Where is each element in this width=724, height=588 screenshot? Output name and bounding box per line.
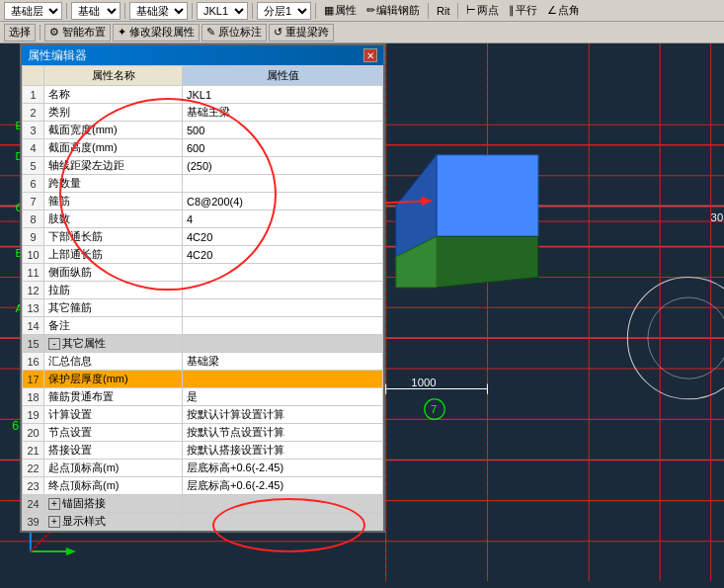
top-toolbar: 基础层 基础 基础梁 JKL1 分层1 ▦ 属性 ✏ 编辑钢筋 Rit ⊢ 两点… bbox=[0, 0, 724, 22]
smart-icon: ⚙ bbox=[49, 26, 59, 38]
toolbar-dropdown-layer[interactable]: 基础层 bbox=[4, 2, 62, 20]
panel-scroll[interactable]: 属性名称 属性值 1 名称 JKL1 2 类别 基础主梁 3 截面宽度(mm) … bbox=[22, 65, 383, 531]
rit-btn[interactable]: Rit bbox=[433, 2, 453, 20]
table-row[interactable]: 2 类别 基础主梁 bbox=[23, 104, 383, 122]
row-num: 23 bbox=[23, 477, 44, 495]
panel-titlebar: 属性编辑器 ✕ bbox=[22, 45, 383, 65]
table-row[interactable]: 18 箍筋贯通布置 是 bbox=[23, 388, 383, 406]
panel-title: 属性编辑器 bbox=[28, 47, 87, 64]
table-row[interactable]: 21 搭接设置 按默认搭接设置计算 bbox=[23, 442, 383, 460]
twopoint-btn[interactable]: ⊢ 两点 bbox=[462, 2, 503, 20]
row-value[interactable]: 4C20 bbox=[183, 246, 383, 264]
row-num: 20 bbox=[23, 424, 44, 442]
row-num: 11 bbox=[23, 264, 44, 282]
row-name: 计算设置 bbox=[44, 406, 183, 424]
row-value[interactable] bbox=[183, 264, 383, 282]
table-row[interactable]: 20 节点设置 按默认节点设置计算 bbox=[23, 424, 383, 442]
table-row[interactable]: 8 肢数 4 bbox=[23, 210, 383, 228]
table-row[interactable]: 14 备注 bbox=[23, 317, 383, 335]
twopoint-icon: ⊢ bbox=[466, 4, 476, 17]
row-value[interactable] bbox=[183, 513, 383, 531]
property-btn[interactable]: ▦ 属性 bbox=[320, 2, 361, 20]
expand-btn[interactable]: - bbox=[48, 338, 60, 350]
table-row[interactable]: 15 -其它属性 bbox=[23, 335, 383, 353]
row-value[interactable]: JKL1 bbox=[183, 86, 383, 104]
row-value[interactable]: 层底标高+0.6(-2.45) bbox=[183, 477, 383, 495]
main-area: E D C B A 6 1000 7 30 Z 属性编辑器 ✕ bbox=[0, 43, 724, 588]
col-num-header bbox=[23, 66, 44, 86]
table-row[interactable]: 22 起点顶标高(m) 层底标高+0.6(-2.45) bbox=[23, 460, 383, 477]
table-row[interactable]: 6 跨数量 bbox=[23, 175, 383, 193]
row-value[interactable]: 500 bbox=[183, 122, 383, 139]
row-name: 节点设置 bbox=[44, 424, 183, 442]
row-num: 15 bbox=[23, 335, 44, 353]
row-value[interactable]: 层底标高+0.6(-2.45) bbox=[183, 460, 383, 477]
row-value[interactable] bbox=[183, 335, 383, 353]
table-row[interactable]: 11 侧面纵筋 bbox=[23, 264, 383, 282]
table-row[interactable]: 7 箍筋 C8@200(4) bbox=[23, 193, 383, 210]
row-value[interactable]: (250) bbox=[183, 157, 383, 175]
row-value[interactable]: 4C20 bbox=[183, 228, 383, 246]
row-num: 14 bbox=[23, 317, 44, 335]
row-value[interactable]: 600 bbox=[183, 139, 383, 157]
toolbar-dropdown-layer1[interactable]: 分层1 bbox=[257, 2, 311, 20]
toolbar-dropdown-base[interactable]: 基础 bbox=[71, 2, 121, 20]
table-row[interactable]: 16 汇总信息 基础梁 bbox=[23, 353, 383, 371]
row-value[interactable]: 4 bbox=[183, 210, 383, 228]
angle-btn[interactable]: ∠ 点角 bbox=[543, 2, 584, 20]
row-name: -其它属性 bbox=[44, 335, 183, 353]
expand-btn[interactable]: + bbox=[48, 516, 60, 528]
table-row[interactable]: 12 拉筋 bbox=[23, 282, 383, 299]
modify-beam-btn[interactable]: ✦ 修改梁段属性 bbox=[113, 24, 200, 42]
row-num: 19 bbox=[23, 406, 44, 424]
row-num: 16 bbox=[23, 353, 44, 371]
row-value[interactable] bbox=[183, 317, 383, 335]
smart-layout-btn[interactable]: ⚙ 智能布置 bbox=[44, 24, 111, 42]
expand-btn[interactable]: + bbox=[48, 498, 60, 510]
sep bbox=[40, 25, 40, 41]
svg-marker-22 bbox=[437, 155, 538, 236]
table-row[interactable]: 3 截面宽度(mm) 500 bbox=[23, 122, 383, 139]
table-row[interactable]: 1 名称 JKL1 bbox=[23, 86, 383, 104]
table-row[interactable]: 19 计算设置 按默认计算设置计算 bbox=[23, 406, 383, 424]
parallel-icon: ∥ bbox=[509, 4, 515, 17]
edit-rebar-btn[interactable]: ✏ 编辑钢筋 bbox=[362, 2, 424, 20]
row-num: 6 bbox=[23, 175, 44, 193]
row-value[interactable] bbox=[183, 495, 383, 513]
list-icon: ▦ bbox=[324, 4, 334, 17]
table-row[interactable]: 10 上部通长筋 4C20 bbox=[23, 246, 383, 264]
table-row[interactable]: 24 +锚固搭接 bbox=[23, 495, 383, 513]
table-row[interactable]: 5 轴线距梁左边距 (250) bbox=[23, 157, 383, 175]
row-num: 24 bbox=[23, 495, 44, 513]
parallel-btn[interactable]: ∥ 平行 bbox=[505, 2, 541, 20]
row-num: 21 bbox=[23, 442, 44, 460]
toolbar-sep-2 bbox=[124, 3, 125, 19]
table-row[interactable]: 23 终点顶标高(m) 层底标高+0.6(-2.45) bbox=[23, 477, 383, 495]
toolbar-dropdown-beam[interactable]: 基础梁 bbox=[129, 2, 188, 20]
row-value[interactable] bbox=[183, 299, 383, 317]
table-row[interactable]: 13 其它箍筋 bbox=[23, 299, 383, 317]
panel-close-btn[interactable]: ✕ bbox=[363, 48, 377, 62]
modify-icon: ✦ bbox=[118, 26, 126, 38]
row-value[interactable]: 基础主梁 bbox=[183, 104, 383, 122]
row-value[interactable] bbox=[183, 175, 383, 193]
table-row[interactable]: 4 截面高度(mm) 600 bbox=[23, 139, 383, 157]
row-value[interactable]: 基础梁 bbox=[183, 353, 383, 371]
annotate-btn[interactable]: ✎ 原位标注 bbox=[201, 24, 267, 42]
toolbar-dropdown-jkl1[interactable]: JKL1 bbox=[197, 2, 248, 20]
row-value[interactable]: 是 bbox=[183, 388, 383, 406]
row-value[interactable]: 按默认计算设置计算 bbox=[183, 406, 383, 424]
row-num: 39 bbox=[23, 513, 44, 531]
select-btn[interactable]: 选择 bbox=[4, 24, 36, 42]
re-span-btn[interactable]: ↺ 重提梁跨 bbox=[269, 24, 334, 42]
row-name: 箍筋贯通布置 bbox=[44, 388, 183, 406]
table-row[interactable]: 39 +显示样式 bbox=[23, 513, 383, 531]
row-value[interactable] bbox=[183, 282, 383, 299]
row-name: 轴线距梁左边距 bbox=[44, 157, 183, 175]
row-value[interactable]: C8@200(4) bbox=[183, 193, 383, 210]
table-row[interactable]: 9 下部通长筋 4C20 bbox=[23, 228, 383, 246]
row-value[interactable] bbox=[183, 371, 383, 388]
row-value[interactable]: 按默认节点设置计算 bbox=[183, 424, 383, 442]
row-value[interactable]: 按默认搭接设置计算 bbox=[183, 442, 383, 460]
table-row[interactable]: 17 保护层厚度(mm) bbox=[23, 371, 383, 388]
